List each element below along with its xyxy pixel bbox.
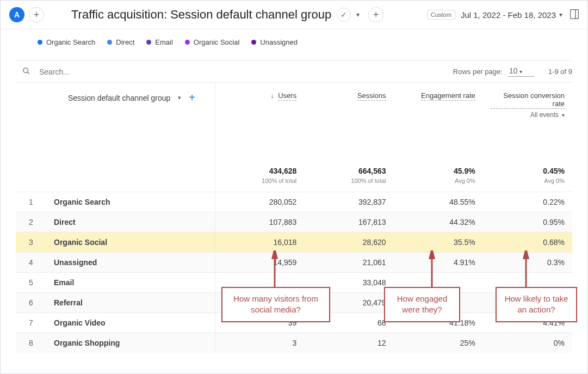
date-preset-chip: Custom [427, 10, 455, 20]
legend-label: Organic Social [194, 38, 240, 46]
row-name: Unassigned [46, 253, 215, 273]
annotation-engagement: How engaged were they? [384, 287, 460, 322]
row-metric: 0.95% [483, 212, 572, 232]
row-metric: 3 [215, 333, 304, 353]
legend-item[interactable]: Direct [107, 38, 134, 46]
annotation-visitors: How many visitors from social media? [221, 287, 330, 322]
legend-label: Direct [116, 38, 134, 46]
row-metric: 16,018 [215, 232, 304, 253]
row-index: 1 [16, 192, 46, 212]
row-name: Email [46, 273, 215, 293]
svg-point-2 [23, 68, 28, 72]
legend-dot-icon [251, 40, 256, 45]
row-name: Referral [46, 293, 215, 313]
dimension-selector[interactable]: Session default channel group ▾ + [68, 91, 207, 104]
rows-per-page-select[interactable]: 10 ▾ [508, 66, 534, 77]
row-metric: 167,813 [304, 212, 393, 232]
legend-item[interactable]: Organic Search [38, 38, 95, 46]
date-range-picker[interactable]: Jul 1, 2022 - Feb 18, 2023 ▾ [461, 10, 562, 20]
row-metric: 28,620 [304, 232, 393, 253]
table-row[interactable]: 8Organic Shopping31225%0% [16, 333, 572, 353]
sort-descending-icon: ↓ [270, 91, 274, 100]
row-index: 3 [16, 232, 46, 253]
row-metric: 0.68% [483, 232, 572, 253]
legend-item[interactable]: Unassigned [251, 38, 298, 46]
dimension-label: Session default channel group [68, 94, 170, 102]
row-name: Direct [46, 212, 215, 232]
table-row[interactable]: 2Direct107,883167,81344.32%0.95% [16, 212, 572, 232]
table-row[interactable]: 3Organic Social16,01828,62035.5%0.68% [16, 232, 572, 253]
legend-item[interactable]: Organic Social [185, 38, 240, 46]
arrow-icon [270, 250, 279, 287]
legend-label: Email [155, 38, 173, 46]
row-index: 4 [16, 253, 46, 273]
status-check-icon[interactable]: ✓ [337, 8, 351, 22]
side-panel-icon[interactable] [570, 9, 579, 21]
title-dropdown-icon[interactable]: ▾ [356, 11, 360, 19]
legend-dot-icon [185, 40, 190, 45]
pagination-range: 1-9 of 9 [548, 68, 572, 76]
row-metric: 107,883 [215, 212, 304, 232]
conversion-event-selector[interactable]: All events▾ [491, 111, 565, 119]
svg-line-3 [27, 72, 29, 73]
add-comparison-button[interactable]: + [29, 7, 44, 22]
row-metric: 280,052 [215, 192, 304, 212]
legend-label: Unassigned [260, 38, 298, 46]
row-index: 6 [16, 293, 46, 313]
row-name: Organic Video [46, 313, 215, 333]
row-metric: 48.55% [394, 192, 483, 212]
avatar[interactable]: A [9, 7, 24, 22]
row-index: 8 [16, 333, 46, 353]
legend: Organic SearchDirectEmailOrganic SocialU… [16, 29, 572, 61]
page-title: Traffic acquisition: Session default cha… [71, 8, 331, 22]
legend-label: Organic Search [46, 38, 95, 46]
date-range-label: Jul 1, 2022 - Feb 18, 2023 [461, 10, 556, 20]
legend-item[interactable]: Email [146, 38, 173, 46]
arrow-icon [428, 250, 436, 287]
search-icon [22, 67, 30, 77]
row-name: Organic Shopping [46, 333, 215, 353]
row-index: 7 [16, 313, 46, 333]
col-sessions[interactable]: Sessions [304, 83, 393, 136]
legend-dot-icon [107, 40, 112, 45]
rows-per-page-label: Rows per page: [453, 68, 503, 76]
row-index: 2 [16, 212, 46, 232]
table-row[interactable]: 4Unassigned14,95921,0614.91%0.3% [16, 253, 572, 273]
row-metric: 21,061 [304, 253, 393, 273]
annotation-action: How likely to take an action? [496, 287, 577, 322]
legend-dot-icon [146, 40, 151, 45]
row-metric: 0.22% [483, 192, 572, 212]
row-metric: 14,959 [215, 253, 304, 273]
customize-add-button[interactable]: + [368, 7, 383, 22]
row-metric: 4.91% [394, 253, 483, 273]
col-users[interactable]: ↓ Users [215, 83, 304, 136]
row-metric: 44.32% [394, 212, 483, 232]
totals-sub-row: 100% of total 100% of total Avg 0% Avg 0… [16, 177, 572, 192]
row-metric: 0% [483, 333, 572, 353]
arrow-icon [522, 250, 530, 287]
table-row[interactable]: 1Organic Search280,052392,83748.55%0.22% [16, 192, 572, 212]
col-conversion[interactable]: Session conversion rate All events▾ [483, 83, 572, 136]
search-input[interactable] [38, 67, 453, 77]
row-index: 5 [16, 273, 46, 293]
row-metric: 12 [304, 333, 393, 353]
chevron-down-icon: ▾ [178, 94, 181, 101]
row-name: Organic Social [46, 232, 215, 253]
row-metric: 35.5% [394, 232, 483, 253]
col-engagement[interactable]: Engagement rate [394, 83, 483, 136]
add-dimension-button[interactable]: + [189, 91, 195, 104]
legend-dot-icon [38, 40, 42, 45]
row-name: Organic Search [46, 192, 215, 212]
totals-row: 434,628 664,563 45.9% 0.45% [16, 136, 572, 177]
row-metric: 392,837 [304, 192, 393, 212]
row-metric: 25% [394, 333, 483, 353]
svg-rect-0 [571, 9, 579, 19]
chevron-down-icon: ▾ [559, 11, 562, 19]
